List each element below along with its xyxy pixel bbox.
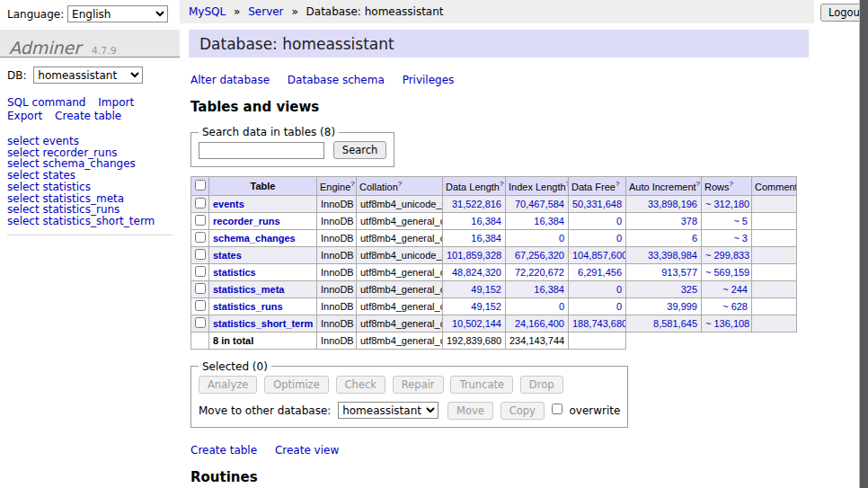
data-length-link[interactable]: 49,152 [471, 301, 501, 312]
row-select-checkbox[interactable] [195, 317, 206, 328]
search-button[interactable]: Search [333, 141, 387, 159]
auto-increment-link[interactable]: 8,581,645 [653, 318, 697, 329]
index-length-link[interactable]: 24,166,400 [515, 318, 564, 329]
data-length-link[interactable]: 16,384 [471, 233, 501, 244]
table-name-link[interactable]: statistics_meta [213, 284, 285, 295]
table-name-link[interactable]: statistics_short_term [213, 318, 313, 329]
sidebar-link-select-events[interactable]: select events [7, 136, 173, 147]
auto-increment-link[interactable]: 33,898,196 [648, 199, 697, 209]
alter-database-link[interactable]: Alter database [190, 74, 270, 86]
column-help-link[interactable]: ? [500, 180, 503, 188]
move-db-select[interactable]: homeassistant [338, 402, 438, 419]
auto-increment-link[interactable]: 6 [692, 233, 697, 244]
row-select-checkbox[interactable] [195, 198, 206, 209]
table-name-link[interactable]: statistics [213, 267, 256, 278]
data-length-link[interactable]: 48,824,320 [452, 267, 501, 278]
row-select-checkbox[interactable] [195, 300, 206, 311]
auto-increment-link[interactable]: 378 [681, 216, 697, 226]
overwrite-label[interactable]: overwrite [569, 404, 620, 417]
app-logo[interactable]: Adminer [9, 38, 81, 58]
check-button[interactable]: Check [336, 376, 385, 394]
select-all-checkbox[interactable] [195, 180, 206, 191]
sidebar-link-sql-command[interactable]: SQL command [7, 96, 85, 109]
data-free-link[interactable]: 50,331,648 [572, 199, 622, 209]
table-name-link[interactable]: events [213, 199, 244, 209]
index-length-link[interactable]: 0 [559, 301, 564, 312]
row-select-checkbox[interactable] [195, 215, 206, 226]
table-name-link[interactable]: schema_changes [213, 233, 296, 244]
rows-count-link[interactable]: ~ 312,180 [705, 199, 749, 209]
index-length-link[interactable]: 67,256,320 [515, 250, 564, 261]
index-length-link[interactable]: 72,220,672 [515, 267, 564, 278]
copy-button[interactable]: Copy [500, 402, 545, 420]
index-length-link[interactable]: 70,467,584 [515, 199, 564, 209]
column-help-link[interactable]: ? [730, 180, 733, 188]
db-select[interactable]: homeassistant [33, 67, 143, 84]
data-free-link[interactable]: 104,857,600 [572, 250, 626, 261]
data-length-link[interactable]: 101,859,328 [447, 250, 501, 261]
table-name-link[interactable]: recorder_runs [213, 216, 280, 226]
data-length-link[interactable]: 16,384 [471, 216, 501, 226]
search-input[interactable] [199, 142, 324, 159]
sidebar-link-select-states[interactable]: select states [7, 170, 173, 182]
move-button[interactable]: Move [447, 402, 493, 420]
column-header-label: Engine [320, 182, 350, 192]
selected-fieldset: Selected (0) Analyze Optimize Check Repa… [190, 360, 628, 428]
create-view-link[interactable]: Create view [275, 444, 339, 457]
rows-count-link[interactable]: ~ 244 [722, 284, 748, 295]
vertical-scrollbar[interactable] [859, 0, 868, 488]
rows-count-link[interactable]: ~ 628 [722, 301, 748, 312]
rows-count-link[interactable]: ~ 5 [733, 216, 748, 226]
analyze-button[interactable]: Analyze [199, 376, 257, 394]
rows-count-link[interactable]: ~ 3 [733, 233, 748, 244]
breadcrumb-current: Database: homeassistant [306, 5, 444, 18]
auto-increment-link[interactable]: 39,999 [667, 301, 697, 312]
row-select-checkbox[interactable] [195, 283, 206, 294]
sidebar-link-export[interactable]: Export [7, 110, 42, 122]
table-name-link[interactable]: statistics_runs [213, 301, 283, 312]
data-free-link[interactable]: 6,291,456 [578, 267, 622, 278]
index-length-link[interactable]: 0 [559, 233, 564, 244]
language-select[interactable]: English [67, 5, 168, 22]
data-free-link[interactable]: 0 [616, 216, 622, 226]
data-length-link[interactable]: 31,522,816 [452, 199, 501, 209]
index-length-link[interactable]: 16,384 [534, 284, 564, 295]
sidebar-link-import[interactable]: Import [98, 96, 134, 109]
column-help-link[interactable]: ? [398, 180, 402, 188]
auto-increment-link[interactable]: 33,398,984 [648, 250, 697, 261]
data-free-link[interactable]: 0 [616, 233, 622, 244]
privileges-link[interactable]: Privileges [403, 74, 455, 86]
truncate-button[interactable]: Truncate [450, 376, 513, 394]
drop-button[interactable]: Drop [520, 376, 563, 394]
data-free-link[interactable]: 0 [616, 284, 622, 295]
index-length-link[interactable]: 16,384 [534, 216, 564, 226]
data-length-link[interactable]: 10,502,144 [452, 318, 501, 329]
breadcrumb-link-mysql[interactable]: MySQL [189, 5, 226, 18]
row-select-checkbox[interactable] [195, 249, 206, 260]
auto-increment-link[interactable]: 325 [681, 284, 697, 295]
column-help-link[interactable]: ? [616, 180, 619, 188]
rows-count-link[interactable]: ~ 299,833 [705, 250, 749, 261]
data-free-link[interactable]: 0 [616, 301, 622, 312]
row-select-checkbox[interactable] [195, 266, 206, 277]
overwrite-checkbox[interactable] [552, 404, 562, 414]
scrollbar-thumb[interactable] [860, 0, 868, 488]
language-bar: Language: English [7, 5, 168, 22]
database-schema-link[interactable]: Database schema [288, 74, 385, 86]
create-table-link[interactable]: Create table [190, 444, 257, 457]
data-free-link[interactable]: 188,743,680 [572, 318, 626, 329]
rows-count-link[interactable]: ~ 136,108 [705, 318, 749, 329]
table-name-link[interactable]: states [213, 250, 242, 261]
column-help-link[interactable]: ? [350, 180, 354, 188]
rows-count-link[interactable]: ~ 569,159 [705, 267, 749, 278]
sidebar-link-create-table[interactable]: Create table [55, 110, 121, 122]
sidebar-link-select-statistics-short-term[interactable]: select statistics_short_term [7, 216, 173, 227]
data-length-link[interactable]: 49,152 [471, 284, 501, 295]
auto-increment-link[interactable]: 913,577 [661, 267, 697, 278]
optimize-button[interactable]: Optimize [264, 376, 329, 394]
column-help-link[interactable]: ? [696, 180, 700, 188]
row-select-checkbox[interactable] [195, 232, 206, 243]
breadcrumb-link-server[interactable]: Server [248, 5, 283, 18]
repair-button[interactable]: Repair [393, 376, 444, 394]
sidebar-link-select-statistics[interactable]: select statistics [7, 182, 173, 193]
